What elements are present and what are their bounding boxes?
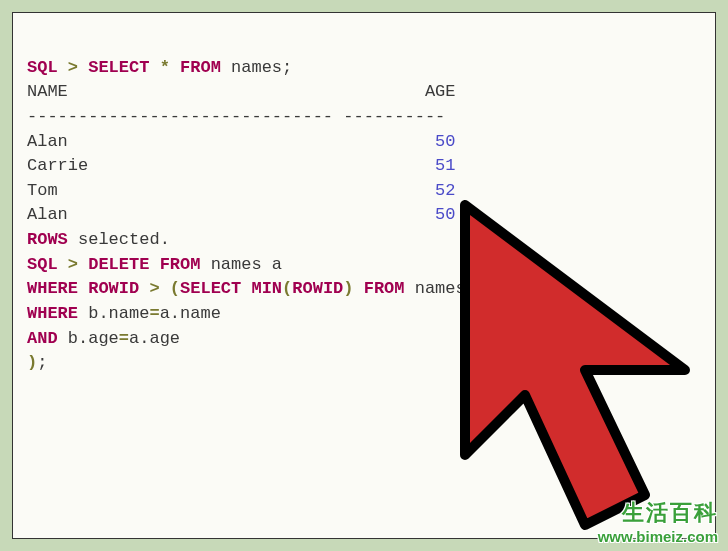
rowid-kw: ROWID — [88, 279, 139, 298]
watermark: 生活百科 www.bimeiz.com — [598, 498, 718, 545]
row-name: Carrie — [27, 156, 88, 175]
col-name: NAME — [27, 82, 68, 101]
from-kw: FROM — [364, 279, 405, 298]
aname: a.name — [160, 304, 221, 323]
prompt-gt: > — [68, 58, 78, 77]
sql-prompt: SQL — [27, 255, 58, 274]
alias-b: names b — [415, 279, 486, 298]
star: * — [160, 58, 170, 77]
sql-prompt: SQL — [27, 58, 58, 77]
selected-text: selected. — [78, 230, 170, 249]
watermark-text-bottom: www.bimeiz.com — [598, 528, 718, 545]
rowid-kw: ROWID — [292, 279, 343, 298]
select-kw: SELECT — [88, 58, 149, 77]
bage: b.age — [68, 329, 119, 348]
col-age: AGE — [425, 82, 456, 101]
semicolon: ; — [37, 353, 47, 372]
rparen: ) — [343, 279, 353, 298]
dashes-1: ------------------------------ — [27, 107, 333, 126]
semicolon: ; — [282, 58, 292, 77]
row-age: 50 — [435, 205, 455, 224]
watermark-text-top: 生活百科 — [598, 498, 718, 528]
alias-a: names a — [211, 255, 282, 274]
min-kw: MIN — [251, 279, 282, 298]
bname: b.name — [88, 304, 149, 323]
lparen: ( — [170, 279, 180, 298]
where-kw: WHERE — [27, 279, 78, 298]
select-kw: SELECT — [180, 279, 241, 298]
prompt-gt: > — [68, 255, 78, 274]
from-kw: FROM — [160, 255, 201, 274]
table-name: names — [231, 58, 282, 77]
close-paren: ) — [27, 353, 37, 372]
row-name: Alan — [27, 205, 68, 224]
lparen: ( — [282, 279, 292, 298]
row-age: 51 — [435, 156, 455, 175]
and-kw: AND — [27, 329, 58, 348]
gt-op: > — [149, 279, 159, 298]
aage: a.age — [129, 329, 180, 348]
eq: = — [119, 329, 129, 348]
sql-terminal: SQL > SELECT * FROM names; NAME AGE ----… — [12, 12, 716, 539]
rows-kw: ROWS — [27, 230, 68, 249]
row-name: Tom — [27, 181, 58, 200]
delete-kw: DELETE — [88, 255, 149, 274]
eq: = — [149, 304, 159, 323]
from-kw: FROM — [180, 58, 221, 77]
dashes-2: ---------- — [343, 107, 445, 126]
row-name: Alan — [27, 132, 68, 151]
row-age: 52 — [435, 181, 455, 200]
where-kw: WHERE — [27, 304, 78, 323]
row-age: 50 — [435, 132, 455, 151]
